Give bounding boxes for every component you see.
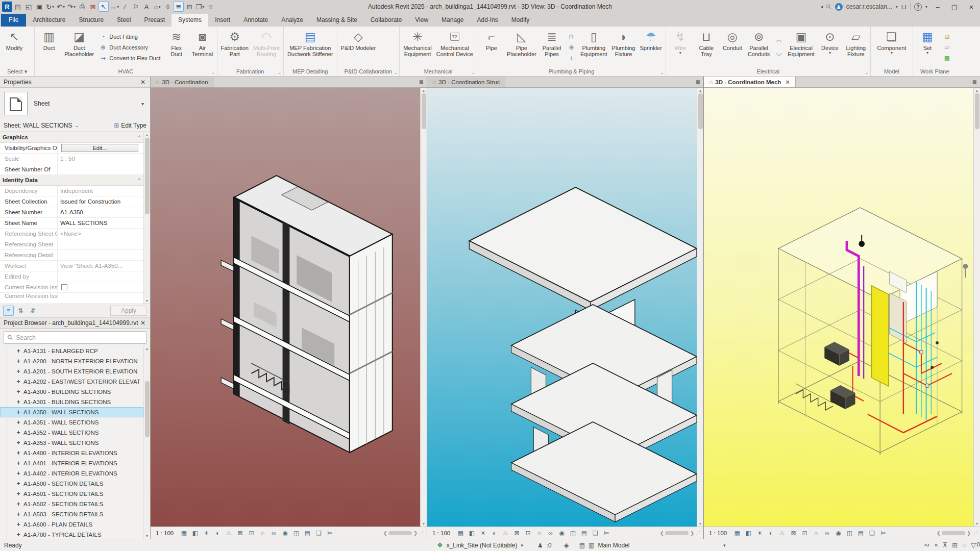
view-control-icon[interactable]: ▦	[456, 530, 465, 537]
sheet-tree-item[interactable]: + A1-A350 - WALL SECTIONS	[0, 407, 143, 417]
type-selector[interactable]: Sheet ▾	[0, 88, 150, 119]
browser-scrollbar[interactable]: ▲ ▼	[143, 346, 150, 539]
view-tab-3d-coordination-struc[interactable]: ⌂ 3D - Coordination Struc	[427, 77, 505, 87]
sheet-tree-item[interactable]: + A1-A501 - SECTION DETAILS	[0, 489, 143, 499]
collapse-arrow-icon[interactable]: ◂	[821, 4, 823, 9]
scrollbar-thumb[interactable]	[942, 531, 965, 535]
qat-button[interactable]: ⊠	[88, 2, 98, 12]
cable-tray-fitting-button[interactable]: ◠	[775, 37, 782, 47]
view-control-icon[interactable]: ◉	[281, 530, 289, 537]
ribbon-tab[interactable]: Precast	[137, 14, 172, 27]
qat-button[interactable]: ≣	[174, 2, 184, 12]
electrical-launcher-icon[interactable]: ⌄	[865, 70, 869, 75]
user-menu-chevron-icon[interactable]: ▾	[896, 5, 898, 9]
editing-requests-icon[interactable]: ♟	[537, 542, 543, 549]
qat-button[interactable]: ▣	[34, 2, 44, 12]
view-control-icon[interactable]: ⌂	[812, 530, 820, 537]
view-control-icon[interactable]: ◫	[845, 530, 854, 537]
close-view-icon[interactable]: ✕	[785, 79, 790, 86]
expand-plus-icon[interactable]: +	[15, 449, 21, 457]
sprinkler-button[interactable]: ☂ Sprinkler	[638, 28, 664, 67]
help-menu-chevron-icon[interactable]: ▾	[925, 5, 927, 9]
sheet-tree-item[interactable]: + A1-A353 - WALL SECTIONS	[0, 438, 143, 448]
scrollbar-thumb[interactable]	[145, 381, 150, 437]
scroll-down-icon[interactable]: ▼	[145, 299, 149, 303]
view-control-icon[interactable]: ⊨	[326, 530, 334, 537]
selection-toggle-icon[interactable]: ⊼	[943, 541, 948, 549]
collapse-section-icon[interactable]: ^	[138, 178, 143, 183]
view-control-icon[interactable]: ◐	[767, 530, 775, 537]
sheet-tree-item[interactable]: + A1-A400 - INTERIOR ELEVATIONS	[0, 448, 143, 458]
view-control-icon[interactable]: ⌂	[258, 530, 267, 537]
view-control-icon[interactable]: ◫	[292, 530, 301, 537]
view-control-icon[interactable]: ⊠	[789, 530, 798, 537]
lighting-fixture-button[interactable]: ▱ LightingFixture	[843, 28, 869, 67]
view-control-icon[interactable]: ♨	[501, 530, 510, 537]
qat-button[interactable]: ↷	[66, 2, 77, 12]
expand-plus-icon[interactable]: +	[15, 531, 21, 538]
fabrication-part-button[interactable]: ⚙ FabricationPart	[219, 28, 251, 67]
plumbing-launcher-icon[interactable]: ⌄	[660, 70, 664, 75]
expand-plus-icon[interactable]: +	[15, 378, 21, 385]
section-identity-data[interactable]: Identity Data^	[0, 175, 143, 186]
expand-plus-icon[interactable]: +	[15, 521, 21, 528]
expand-plus-icon[interactable]: +	[15, 470, 21, 477]
panel-caption-select[interactable]: Select ▾	[0, 67, 34, 76]
scroll-up-icon[interactable]: ▲	[975, 89, 979, 92]
expand-plus-icon[interactable]: +	[15, 368, 21, 375]
convert-to-flex-duct-button[interactable]: ⇝ Convert to Flex Duct	[99, 53, 160, 63]
view-control-icon[interactable]: ▤	[580, 530, 589, 537]
qat-button[interactable]: ≡	[206, 2, 216, 12]
view-control-icon[interactable]: ♨	[778, 530, 787, 537]
qat-button[interactable]: ↶	[56, 2, 66, 12]
sheet-number-value[interactable]: A1-A350	[57, 207, 143, 217]
properties-filter-icon[interactable]: ≡	[3, 306, 14, 316]
qat-button[interactable]: ◱	[23, 2, 34, 12]
sheet-tree-item[interactable]: + A1-A401 - INTERIOR ELEVATIONS	[0, 458, 143, 468]
ribbon-tab[interactable]: Modify	[505, 14, 536, 27]
pid-modeler-button[interactable]: ◇ P&ID Modeler	[339, 28, 378, 67]
scroll-down-icon[interactable]: ▼	[422, 522, 426, 525]
revision-checkbox[interactable]	[61, 284, 67, 290]
view-control-icon[interactable]: ☀	[755, 530, 764, 537]
qat-button[interactable]: ∕	[120, 2, 130, 12]
view-control-icon[interactable]: ⊨	[879, 530, 888, 537]
view-control-icon[interactable]: ⊠	[512, 530, 521, 537]
view-control-icon[interactable]: ◐	[490, 530, 499, 537]
ribbon-tab[interactable]: Insert	[208, 14, 237, 27]
expand-plus-icon[interactable]: +	[15, 429, 21, 436]
ribbon-tab[interactable]: File	[1, 14, 26, 27]
properties-header[interactable]: Properties ✕	[0, 77, 150, 88]
pipe-fitting-button[interactable]: ⊓	[568, 32, 575, 41]
qat-button[interactable]: ⊟	[184, 2, 194, 12]
mechanical-control-device-button[interactable]: 72 MechanicalControl Device	[434, 28, 475, 67]
scroll-down-icon[interactable]: ▼	[699, 522, 702, 525]
modify-button[interactable]: ↖ Modify	[2, 28, 27, 67]
mechanical-launcher-icon[interactable]: ⌄	[471, 70, 475, 75]
panel-caption-pid[interactable]: P&ID Collaboration	[337, 67, 400, 76]
qat-button[interactable]: A	[141, 2, 152, 12]
component-button[interactable]: ❏ Component ▾	[872, 28, 911, 67]
work-plane-viewer-button[interactable]: ▩	[943, 53, 951, 63]
design-options-icon[interactable]: ◈	[564, 541, 569, 549]
sheet-tree-item[interactable]: + A1-A300 - BUILDING SECTIONS	[0, 387, 143, 397]
pipe-button[interactable]: ⌐ Pipe	[479, 28, 504, 67]
expand-plus-icon[interactable]: +	[15, 511, 21, 518]
workset-chevron-icon[interactable]: ▾	[521, 543, 523, 548]
set-work-plane-button[interactable]: ▦ Set ▾	[915, 28, 940, 67]
expand-plus-icon[interactable]: +	[15, 480, 21, 487]
panel-caption-hvac[interactable]: HVAC	[35, 67, 216, 76]
vertical-scrollbar[interactable]: ▲ ▼	[420, 88, 427, 527]
sheet-tree-item[interactable]: + A1-A503 - SECTION DETAILS	[0, 509, 143, 519]
type-selector-chevron-icon[interactable]: ▾	[141, 101, 146, 107]
mep-stiffener-button[interactable]: ▤ MEP FabricationDuctwork Stiffener	[285, 28, 335, 67]
expand-plus-icon[interactable]: +	[15, 409, 21, 416]
duct-accessory-button[interactable]: ⊕ Duct Accessory	[99, 42, 160, 52]
properties-close-icon[interactable]: ✕	[139, 79, 146, 86]
scroll-down-icon[interactable]: ▼	[975, 522, 979, 525]
scrollbar-thumb[interactable]	[388, 531, 412, 535]
plumbing-equipment-button[interactable]: ▯ PlumbingEquipment	[578, 28, 609, 67]
section-graphics[interactable]: Graphics^	[0, 132, 143, 143]
sheet-tree-item[interactable]: + A1-A200 - NORTH EXTERIOR ELEVATION	[0, 356, 143, 366]
parallel-conduits-button[interactable]: ⊚ ParallelConduits	[746, 28, 772, 67]
